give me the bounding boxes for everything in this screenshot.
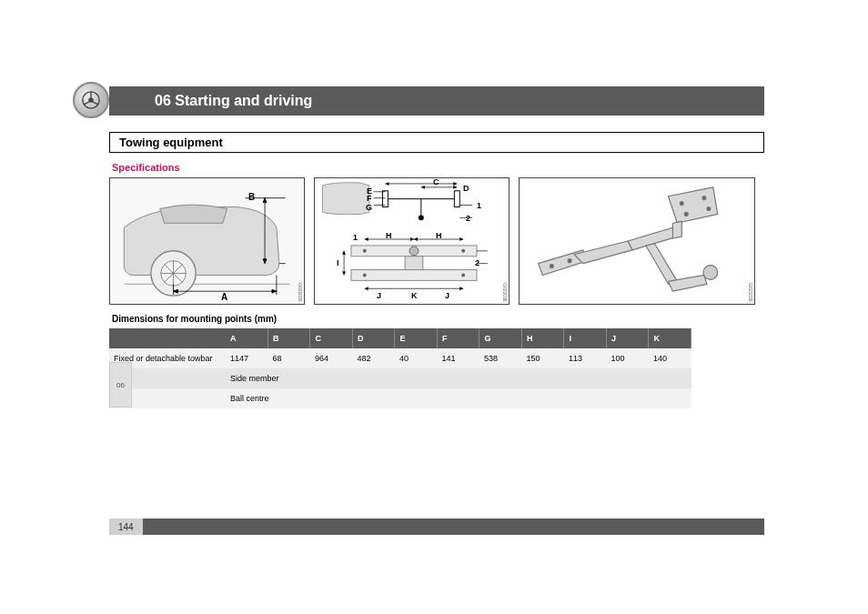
col-b: B xyxy=(267,328,310,348)
svg-point-68 xyxy=(568,259,571,263)
svg-line-4 xyxy=(93,102,98,105)
svg-point-46 xyxy=(461,249,465,253)
svg-point-72 xyxy=(707,207,711,211)
table-header-empty xyxy=(109,328,226,348)
dim-label-n2a: 2 xyxy=(466,214,470,223)
table-title: Dimensions for mounting points (mm) xyxy=(109,314,764,324)
svg-rect-43 xyxy=(405,257,423,270)
diagram-code: G021039 xyxy=(748,283,753,302)
chapter-title: 06 Starting and driving xyxy=(155,93,312,109)
dim-label-k: K xyxy=(411,291,418,300)
svg-point-67 xyxy=(550,265,553,268)
svg-point-29 xyxy=(419,215,424,220)
svg-point-71 xyxy=(684,212,688,216)
chapter-side-tab: 06 xyxy=(109,362,132,408)
diagram-row: B A G021035 xyxy=(109,177,764,305)
svg-point-44 xyxy=(409,247,419,256)
dim-label-n1b: 1 xyxy=(353,233,358,242)
dim-label-n1a: 1 xyxy=(477,201,481,210)
dim-label-c: C xyxy=(433,177,439,186)
svg-point-45 xyxy=(363,249,367,253)
col-j: J xyxy=(606,328,649,348)
svg-point-47 xyxy=(363,273,367,277)
dim-label-h2: H xyxy=(436,231,442,240)
col-k: K xyxy=(649,328,691,348)
dim-label-a: A xyxy=(221,292,227,302)
col-h: H xyxy=(521,328,564,348)
section-heading: Towing equipment xyxy=(109,132,764,153)
dim-label-b: B xyxy=(248,192,255,202)
page-number: 144 xyxy=(109,518,143,535)
col-e: E xyxy=(395,328,438,348)
table-row: 1 Side member xyxy=(109,368,691,388)
svg-point-70 xyxy=(702,196,706,200)
diagram-top-view: C D E F G 1 2 1 H H I 2 J K J G021036 xyxy=(314,177,510,305)
svg-rect-42 xyxy=(351,270,477,281)
steering-wheel-icon xyxy=(73,82,109,118)
dim-label-i: I xyxy=(337,258,339,267)
page-content: 06 Starting and driving Towing equipment… xyxy=(109,86,764,408)
col-a: A xyxy=(226,328,268,348)
chapter-header: 06 Starting and driving xyxy=(109,86,764,116)
table-header-row: A B C D E F G H I J K xyxy=(109,328,691,348)
dim-label-n2b: 2 xyxy=(475,258,479,267)
col-g: G xyxy=(479,328,522,348)
col-f: F xyxy=(437,328,479,348)
dim-label-h1: H xyxy=(386,231,392,240)
dim-label-f: F xyxy=(367,194,372,203)
col-c: C xyxy=(310,328,353,348)
svg-point-48 xyxy=(461,273,465,277)
svg-point-69 xyxy=(680,202,683,206)
table-row: 2 Ball centre xyxy=(109,388,691,408)
svg-point-66 xyxy=(703,266,718,280)
diagram-towbar-perspective: G021039 xyxy=(519,177,755,305)
dimensions-table: A B C D E F G H I J K Fixed or detachabl… xyxy=(109,328,691,408)
table-row: Fixed or detachable towbar 1147 68 964 4… xyxy=(109,348,691,368)
col-i: I xyxy=(564,328,607,348)
col-d: D xyxy=(352,328,395,348)
dim-label-d: D xyxy=(463,184,469,193)
diagram-code: G021036 xyxy=(502,283,508,302)
svg-line-3 xyxy=(85,102,90,105)
dim-label-g: G xyxy=(366,203,372,212)
dim-label-j2: J xyxy=(445,291,449,300)
dim-label-j1: J xyxy=(377,291,381,300)
page-footer: 144 xyxy=(109,518,764,535)
subsection-heading: Specifications xyxy=(109,162,764,173)
diagram-side-view: B A G021035 xyxy=(109,177,305,305)
diagram-code: G021035 xyxy=(298,283,303,302)
